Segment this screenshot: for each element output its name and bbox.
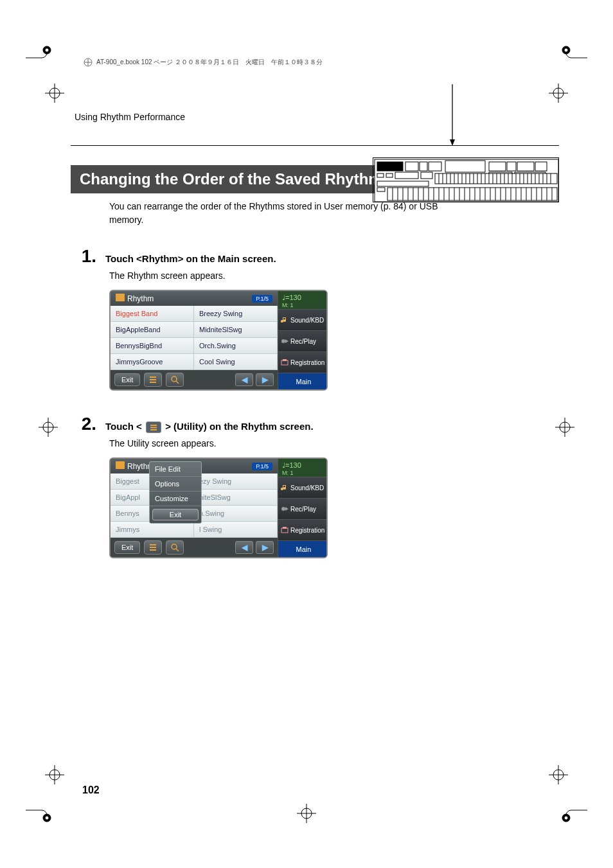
- exit-button[interactable]: Exit: [114, 373, 140, 386]
- reg-mark: [297, 804, 316, 823]
- rhythm-item-selected[interactable]: Biggest Band: [111, 306, 194, 322]
- step-instruction: Touch < > (Utility) on the Rhythm screen…: [105, 421, 314, 433]
- rhythm-item: Jimmys: [111, 522, 194, 538]
- svg-rect-122: [150, 382, 156, 383]
- rhythm-item[interactable]: BennysBigBnd: [111, 338, 194, 354]
- folder-icon: [116, 294, 125, 301]
- side-label: Rec/Play: [290, 338, 316, 345]
- rhythm-item[interactable]: JimmysGroove: [111, 354, 194, 370]
- reg-mark: [549, 765, 568, 784]
- utility-popup: File Edit Options Customize Exit: [149, 461, 202, 524]
- svg-line-136: [176, 549, 179, 551]
- svg-rect-128: [283, 359, 287, 361]
- side-sound-kbd[interactable]: Sound/KBD: [278, 309, 326, 330]
- exit-button[interactable]: Exit: [114, 541, 140, 554]
- side-sound-kbd[interactable]: Sound/KBD: [278, 477, 326, 498]
- utility-button[interactable]: [144, 540, 162, 554]
- book-header-icon: [84, 58, 93, 67]
- svg-point-11: [564, 816, 568, 820]
- rhythm-item[interactable]: Cool Swing: [194, 354, 278, 370]
- step-1: 1. Touch <Rhythm> on the Main screen.: [71, 246, 559, 267]
- svg-marker-138: [285, 507, 289, 511]
- rhythm-list: Biggest Band Breezy Swing BigAppleBand M…: [111, 306, 278, 370]
- popup-item-options[interactable]: Options: [150, 477, 201, 492]
- registration-icon: [281, 526, 289, 534]
- arrow-down-icon: [449, 84, 456, 146]
- book-header: AT-900_e.book 102 ページ ２００８年９月１６日 火曜日 午前１…: [84, 58, 559, 67]
- svg-rect-127: [281, 360, 288, 365]
- rhythm-item: ezy Swing: [194, 474, 278, 490]
- side-rec-play[interactable]: Rec/Play: [278, 330, 326, 351]
- lcd-footer: Exit ◀ ▶: [111, 538, 278, 557]
- screenshot-rhythm-screen: Rhythm P.1/5 Biggest Band Breezy Swing B…: [109, 290, 559, 391]
- page-prev-button[interactable]: ◀: [235, 541, 253, 554]
- rhythm-item: l Swing: [194, 522, 278, 538]
- rhythm-item: niteSlSwg: [194, 490, 278, 506]
- rhythm-item[interactable]: BigAppleBand: [111, 322, 194, 338]
- reg-mark: [45, 765, 64, 784]
- section-title: Using Rhythm Performance: [75, 112, 559, 122]
- side-registration[interactable]: Registration: [278, 351, 326, 373]
- utility-button[interactable]: [144, 373, 162, 387]
- list-icon: [148, 543, 157, 552]
- tempo-measure: M: 1: [282, 302, 323, 308]
- search-icon: [170, 375, 179, 384]
- lcd-footer: Exit ◀ ▶: [111, 370, 278, 389]
- svg-point-5: [564, 48, 568, 52]
- page-prev-button[interactable]: ◀: [235, 373, 253, 386]
- book-header-text: AT-900_e.book 102 ページ ２００８年９月１６日 火曜日 午前１…: [96, 58, 323, 67]
- crop-mark-tr: [562, 45, 587, 71]
- svg-point-135: [172, 544, 177, 549]
- crop-mark-tl: [26, 45, 51, 71]
- rec-play-icon: [281, 337, 289, 345]
- step-subtext: The Rhythm screen appears.: [109, 270, 559, 281]
- screenshot-utility-screen: Rhythm P.1/5 Biggest ezy Swing BigAppl n…: [109, 457, 559, 558]
- svg-point-2: [45, 48, 49, 52]
- side-rec-play[interactable]: Rec/Play: [278, 498, 326, 519]
- rec-play-icon: [281, 505, 289, 513]
- svg-rect-132: [150, 544, 156, 545]
- folder-icon: [116, 461, 125, 469]
- svg-point-123: [172, 376, 177, 382]
- step-instr-pre: Touch <: [105, 421, 142, 432]
- page-next-button[interactable]: ▶: [256, 373, 274, 386]
- utility-icon-inline: [146, 421, 161, 433]
- tempo-measure: M: 1: [282, 470, 323, 476]
- tempo-display: ♩=130 M: 1: [278, 459, 326, 477]
- side-main-button[interactable]: Main: [278, 540, 326, 557]
- intro-text: You can rearrange the order of the Rhyth…: [109, 200, 443, 227]
- header-rule: [71, 145, 559, 146]
- step-instr-post: > (Utility) on the Rhythm screen.: [165, 421, 313, 432]
- side-label: Sound/KBD: [290, 317, 324, 324]
- svg-rect-129: [150, 425, 157, 426]
- reg-mark: [45, 84, 64, 103]
- svg-rect-140: [283, 527, 287, 529]
- rhythm-item[interactable]: Orch.Swing: [194, 338, 278, 354]
- popup-item-customize[interactable]: Customize: [150, 492, 201, 506]
- step-number: 2.: [71, 414, 96, 434]
- search-button[interactable]: [166, 373, 184, 387]
- step-instruction: Touch <Rhythm> on the Main screen.: [105, 253, 276, 264]
- page-next-button[interactable]: ▶: [256, 541, 274, 554]
- svg-marker-126: [285, 339, 289, 343]
- svg-marker-119: [450, 139, 455, 146]
- reg-mark: [39, 418, 58, 437]
- search-button[interactable]: [166, 540, 184, 554]
- svg-rect-121: [150, 379, 156, 380]
- side-main-button[interactable]: Main: [278, 373, 326, 389]
- step-2: 2. Touch < > (Utility) on the Rhythm scr…: [71, 414, 559, 434]
- svg-rect-131: [150, 429, 157, 430]
- tempo-bpm: ♩=130: [282, 294, 323, 302]
- side-label: Registration: [290, 359, 324, 366]
- svg-rect-133: [150, 547, 156, 548]
- svg-point-137: [281, 507, 285, 511]
- side-registration[interactable]: Registration: [278, 519, 326, 540]
- step-subtext: The Utility screen appears.: [109, 438, 559, 448]
- rhythm-item: h.Swing: [194, 506, 278, 522]
- lcd-page-badge: P.1/5: [252, 295, 272, 303]
- rhythm-item[interactable]: MidniteSlSwg: [194, 322, 278, 338]
- svg-rect-130: [150, 427, 157, 429]
- rhythm-item[interactable]: Breezy Swing: [194, 306, 278, 322]
- popup-exit-button[interactable]: Exit: [152, 509, 199, 520]
- popup-item-file-edit[interactable]: File Edit: [150, 462, 201, 477]
